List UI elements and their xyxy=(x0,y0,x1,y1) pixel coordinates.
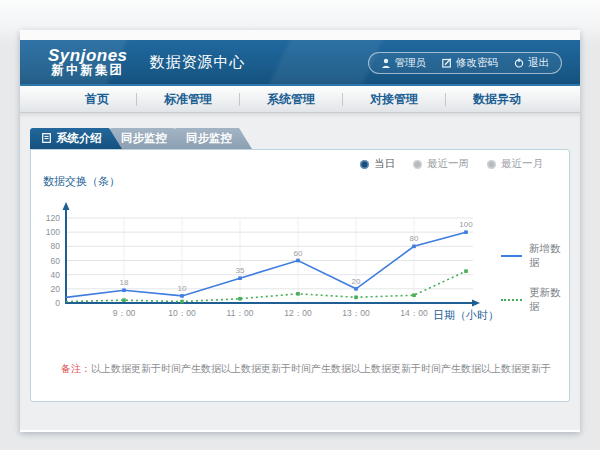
x-axis-title: 日期（小时） xyxy=(433,308,499,323)
power-icon xyxy=(514,58,524,68)
svg-text:9：00: 9：00 xyxy=(113,308,136,318)
radio-label: 当日 xyxy=(374,157,395,171)
main-nav: 首页 标准管理 系统管理 对接管理 数据异动 xyxy=(20,86,580,113)
radio-icon xyxy=(487,160,496,169)
user-toolbar: 管理员 修改密码 退出 xyxy=(368,52,563,74)
svg-text:0: 0 xyxy=(55,298,60,308)
radio-last-month[interactable]: 最近一月 xyxy=(487,157,543,171)
tab-sync-monitor-1[interactable]: 同步监控 xyxy=(109,128,187,149)
content-area: 系统介绍 同步监控 同步监控 当日 最近一周 xyxy=(20,113,580,430)
dotted-line-swatch-icon xyxy=(501,299,522,301)
svg-text:100: 100 xyxy=(459,220,473,229)
tab-label: 同步监控 xyxy=(121,131,167,146)
tab-bar: 系统介绍 同步监控 同步监控 xyxy=(30,128,239,149)
nav-item-data-change[interactable]: 数据异动 xyxy=(446,91,548,108)
svg-text:100: 100 xyxy=(46,227,60,237)
svg-text:20: 20 xyxy=(51,284,61,294)
brand-logo: Synjones 新中新集团 xyxy=(48,47,128,78)
nav-item-home[interactable]: 首页 xyxy=(58,91,136,108)
footnote-text: 以上数据更新于时间产生数据以上数据更新于时间产生数据以上数据更新于时间产生数据以… xyxy=(91,363,551,374)
change-password-label: 修改密码 xyxy=(456,56,498,70)
svg-text:13：00: 13：00 xyxy=(342,308,370,318)
svg-text:40: 40 xyxy=(51,270,61,280)
svg-text:18: 18 xyxy=(120,278,129,287)
radio-label: 最近一周 xyxy=(427,157,469,171)
footnote: 备注：以上数据更新于时间产生数据以上数据更新于时间产生数据以上数据更新于时间产生… xyxy=(61,362,551,376)
legend-label: 新增数据 xyxy=(529,242,569,270)
tab-sync-monitor-2[interactable]: 同步监控 xyxy=(174,128,252,149)
app-header: Synjones 新中新集团 数据资源中心 管理员 修改密码 退出 xyxy=(20,40,580,86)
edit-icon xyxy=(442,58,452,68)
tab-label: 系统介绍 xyxy=(56,131,102,146)
app-window: Synjones 新中新集团 数据资源中心 管理员 修改密码 退出 xyxy=(20,30,580,432)
legend-label: 更新数据 xyxy=(529,286,569,314)
solid-line-swatch-icon xyxy=(501,255,522,257)
brand-logo-english: Synjones xyxy=(48,47,128,65)
change-password-button[interactable]: 修改密码 xyxy=(442,56,498,70)
logout-label: 退出 xyxy=(528,56,549,70)
tab-label: 同步监控 xyxy=(186,131,232,146)
nav-item-system-mgmt[interactable]: 系统管理 xyxy=(240,91,342,108)
chart-container: 0204060801001209：0010：0011：0012：0013：001… xyxy=(41,193,491,328)
window-top-strip xyxy=(20,30,580,40)
radio-icon xyxy=(413,160,422,169)
svg-text:12：00: 12：00 xyxy=(284,308,312,318)
legend-item-update-data: 更新数据 xyxy=(501,286,569,314)
tab-system-intro[interactable]: 系统介绍 xyxy=(30,128,122,149)
svg-text:35: 35 xyxy=(236,266,245,275)
brand-logo-chinese: 新中新集团 xyxy=(48,64,128,77)
radio-icon xyxy=(360,160,369,169)
svg-text:80: 80 xyxy=(410,234,419,243)
user-icon xyxy=(381,58,391,68)
line-chart: 0204060801001209：0010：0011：0012：0013：001… xyxy=(41,193,491,328)
y-axis-title: 数据交换（条） xyxy=(43,174,120,189)
nav-item-interface-mgmt[interactable]: 对接管理 xyxy=(343,91,445,108)
legend-item-new-data: 新增数据 xyxy=(501,242,569,270)
chart-legend: 新增数据 更新数据 xyxy=(501,242,569,314)
radio-label: 最近一月 xyxy=(501,157,543,171)
chart-panel: 当日 最近一周 最近一月 数据交换（条） 0204060801001209：00… xyxy=(30,149,570,402)
svg-text:60: 60 xyxy=(51,256,61,266)
document-icon xyxy=(42,133,51,145)
current-user-button[interactable]: 管理员 xyxy=(381,56,427,70)
radio-today[interactable]: 当日 xyxy=(360,157,395,171)
svg-text:80: 80 xyxy=(51,241,61,251)
nav-item-standard-mgmt[interactable]: 标准管理 xyxy=(137,91,239,108)
time-range-radio-group: 当日 最近一周 最近一月 xyxy=(360,157,543,171)
current-user-label: 管理员 xyxy=(395,56,427,70)
logout-button[interactable]: 退出 xyxy=(514,56,549,70)
svg-text:120: 120 xyxy=(46,213,60,223)
svg-text:14：00: 14：00 xyxy=(400,308,428,318)
page-title: 数据资源中心 xyxy=(150,53,246,72)
svg-text:60: 60 xyxy=(294,249,303,258)
svg-text:10：00: 10：00 xyxy=(168,308,196,318)
footnote-prefix: 备注： xyxy=(61,363,91,374)
svg-text:10: 10 xyxy=(178,284,187,293)
svg-text:20: 20 xyxy=(352,277,361,286)
radio-last-week[interactable]: 最近一周 xyxy=(413,157,469,171)
svg-text:11：00: 11：00 xyxy=(227,308,254,318)
